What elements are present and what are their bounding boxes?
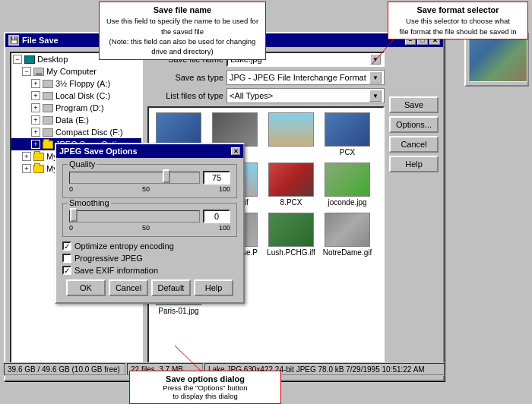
jpeg-dialog-buttons: OK Cancel Default Help [62,279,237,296]
exif-checkbox[interactable]: ✓ [62,266,71,275]
expander-mycomputer[interactable]: − [22,67,31,76]
save-filename-desc: Use this field to specify the name to be… [104,16,261,56]
expander-my2[interactable]: + [22,164,31,173]
expander-d[interactable]: + [31,103,40,112]
save-options-annotation: Save options dialog Press the "Options" … [129,371,281,404]
optimize-checkbox[interactable]: ✓ [62,241,71,251]
progressive-checkbox[interactable] [62,254,71,263]
file-thumbnail [325,163,370,197]
quality-slider-track[interactable] [69,172,200,184]
options-button[interactable]: Options... [389,116,439,133]
save-options-desc: Press the "Options" buttonto display thi… [135,383,276,400]
save-filename-title: Save file name [104,5,261,16]
listfiles-row: List files of type <All Types> ▼ [147,88,385,103]
file-thumbnail [156,112,201,147]
listfiles-value: <All Types> [230,91,273,100]
file-thumbnail [268,213,314,247]
tree-item-floppy[interactable]: + 3½ Floppy (A:) [11,77,141,90]
file-thumbnail [325,213,370,247]
optimize-label: Optimize entropy encoding [74,241,174,251]
smoothing-slider-track[interactable] [69,210,200,223]
help-button[interactable]: Help [389,156,439,172]
exif-row: ✓ Save EXIF information [62,266,237,275]
tree-item-mycomputer[interactable]: − My Computer [11,65,141,77]
cancel-button[interactable]: Cancel [389,136,439,153]
list-item[interactable]: Lush.PCHG.iff [264,211,318,267]
jpeg-folder-icon [42,139,54,150]
action-buttons: Save Options... Cancel Help [389,52,439,375]
list-item[interactable]: 8.PCX [264,161,318,208]
smoothing-label: Smoothing [68,198,111,207]
list-item[interactable]: PCX [321,111,374,158]
file-item-name: 8.PCX [280,198,302,207]
expander-jpeg[interactable]: + [31,140,40,149]
preview-panel [464,32,529,87]
quality-label: Quality [68,159,97,169]
exif-label: Save EXIF information [74,266,158,275]
file-thumbnail [212,112,258,147]
quality-slider-thumb[interactable] [163,169,170,183]
jpeg-ok-button[interactable]: OK [66,279,106,296]
disk-e-icon [42,115,54,125]
save-options-title: Save options dialog [135,374,276,383]
smoothing-group: Smoothing 0 0 50 100 [62,203,237,237]
desktop-icon [24,54,36,65]
jpeg-dialog-titlebar: JPEG Save Options ✕ [56,144,243,158]
quality-group: Quality 75 0 50 100 [62,164,237,198]
listfiles-select[interactable]: <All Types> ▼ [226,88,385,103]
filetype-select[interactable]: JPG - JPEG File Interchange Format ▼ [226,70,385,85]
jpeg-dialog-close[interactable]: ✕ [231,147,240,155]
save-format-annotation: Save format selector Use this selector t… [388,2,528,39]
jpeg-cancel-button[interactable]: Cancel [109,279,148,296]
save-filename-annotation: Save file name Use this field to specify… [99,2,266,60]
file-thumbnail [325,112,370,147]
expander-desktop[interactable]: − [13,55,22,64]
jpeg-dialog-body: Quality 75 0 50 100 Smoothing 0 [56,158,243,302]
expander-c[interactable]: + [31,91,40,100]
smoothing-slider-thumb[interactable] [70,208,78,222]
smoothing-ticks: 0 50 100 [69,224,230,232]
tree-item-d[interactable]: + Program (D:) [11,102,141,114]
computer-icon [33,66,45,77]
my2-icon [33,163,45,174]
quality-value[interactable]: 75 [203,171,230,185]
file-thumbnail [268,112,314,147]
list-item[interactable]: NotreDame.gif [321,211,374,267]
window-title: File Save [22,36,59,45]
filetype-label: Save as type [147,73,223,82]
quality-ticks: 0 50 100 [69,185,230,193]
preview-image [469,36,527,82]
window-icon: 💾 [8,35,19,46]
disk-c-icon [42,90,54,101]
smoothing-slider-row: 0 [69,210,230,223]
smoothing-value[interactable]: 0 [203,210,230,223]
filetype-row: Save as type JPG - JPEG File Interchange… [147,70,385,85]
expander-floppy[interactable]: + [31,79,40,88]
expander-f[interactable]: + [31,128,40,137]
file-thumbnail [268,163,314,197]
list-item[interactable] [264,111,318,158]
tree-item-e[interactable]: + Data (E:) [11,114,141,126]
filetype-value: JPG - JPEG File Interchange Format [230,73,366,82]
expander-my1[interactable]: + [22,152,31,161]
tree-item-f[interactable]: + Compact Disc (F:) [11,126,141,138]
optimize-row: ✓ Optimize entropy encoding [62,241,237,251]
listfiles-arrow[interactable]: ▼ [369,90,382,102]
filetype-arrow[interactable]: ▼ [369,71,382,84]
jpeg-dialog-title: JPEG Save Options [59,147,138,156]
tree-item-c[interactable]: + Local Disk (C:) [11,90,141,102]
jpeg-default-button[interactable]: Default [151,279,191,296]
jpeg-save-options-dialog: JPEG Save Options ✕ Quality 75 0 50 100 … [55,143,245,304]
file-item-name: joconde.jpg [328,198,366,207]
disk-d-icon [42,103,54,113]
file-item-name: PCX [340,148,356,156]
quality-slider-row: 75 [69,171,230,185]
disk-info: 39.6 GB / 49.6 GB (10.0 GB free) [4,363,125,375]
expander-e[interactable]: + [31,115,40,125]
file-item-name: NotreDame.gif [323,248,372,257]
filename-dropdown-btn[interactable]: ▼ [370,54,381,65]
my1-icon [33,151,45,162]
save-button[interactable]: Save [389,96,439,113]
list-item[interactable]: joconde.jpg [321,161,374,208]
jpeg-help-button[interactable]: Help [194,279,233,296]
